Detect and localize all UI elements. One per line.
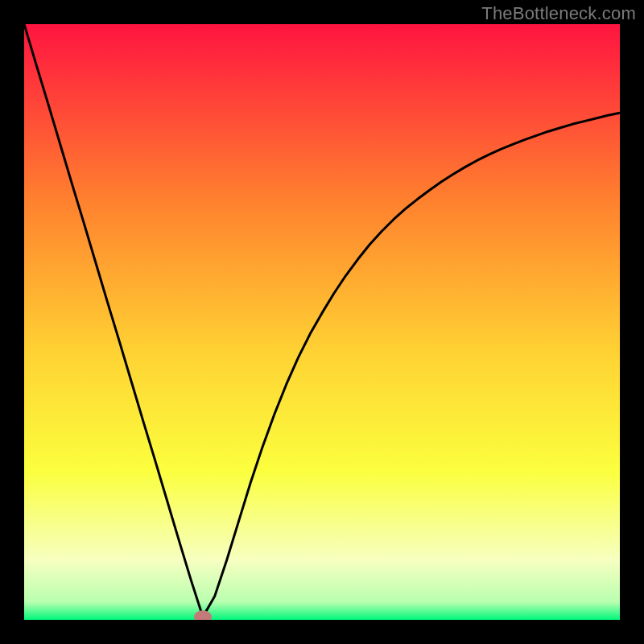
plot-area	[24, 24, 620, 620]
watermark-text: TheBottleneck.com	[481, 3, 636, 24]
chart-svg	[24, 24, 620, 620]
chart-frame: TheBottleneck.com	[0, 0, 644, 644]
